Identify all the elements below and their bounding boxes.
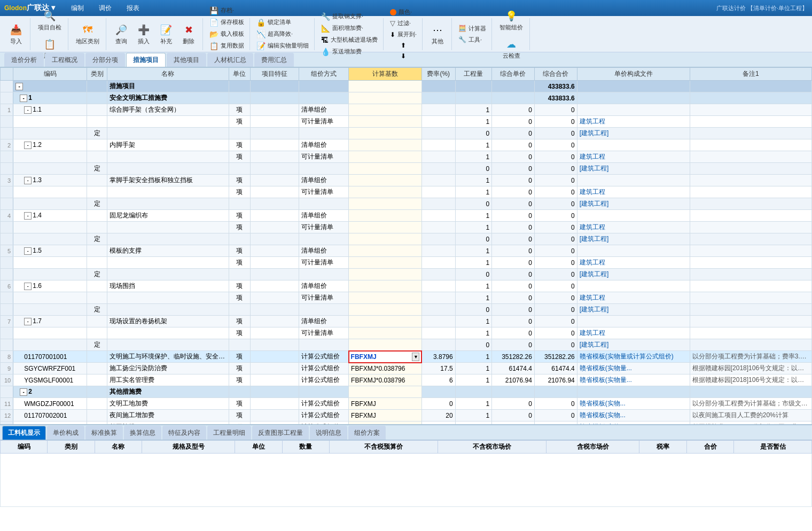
editqty-button[interactable]: 📝 编辑实物量明细	[254, 41, 311, 51]
tool-button[interactable]: 🔧 工具·	[456, 35, 488, 45]
table-row[interactable]: 5-1.5模板的支撑项清单组价100	[1, 245, 812, 257]
table-row[interactable]: 定000[建筑工程]	[1, 304, 812, 316]
table-row[interactable]: 定000[建筑工程]	[1, 128, 812, 139]
table-row[interactable]: -1安全文明施工措施费433833.6	[1, 92, 812, 104]
table-row[interactable]: 定000[建筑工程]	[1, 198, 812, 210]
cell-base[interactable]	[349, 233, 422, 245]
find-button[interactable]: 🔎 查询	[111, 20, 132, 48]
insert-button[interactable]: ➕ 插入	[133, 20, 154, 48]
collapse-icon[interactable]: -	[24, 212, 32, 220]
bottomtab-desc[interactable]: 说明信息	[310, 426, 347, 440]
cell-base[interactable]: FBFXMJ*0.038796	[349, 363, 422, 374]
moveup-button[interactable]: ⬆	[399, 41, 408, 50]
cell-base[interactable]: FBFXMJ	[349, 398, 422, 410]
subtab-feiyonghuizong[interactable]: 费用汇总	[254, 53, 294, 67]
collapse-icon[interactable]: -	[20, 388, 27, 396]
table-row[interactable]: -措施项目433833.6	[1, 81, 812, 92]
save-button[interactable]: 💾 存档·	[207, 5, 246, 16]
cell-base[interactable]	[349, 222, 422, 233]
lock-button[interactable]: 🔒 锁定清单	[254, 17, 311, 28]
smartgroup-button[interactable]: 💡 智能组价	[496, 6, 526, 34]
table-row[interactable]: 项可计量清单100建筑工程	[1, 151, 812, 163]
cell-base[interactable]: FBFXMJ	[349, 410, 422, 421]
fill-button[interactable]: 📝 补充	[155, 20, 177, 48]
savetemplate-button[interactable]: 📄 保存模板	[207, 17, 246, 28]
bottomtab-features[interactable]: 特征及内容	[162, 426, 206, 440]
calc-button[interactable]: 🧮 计算器	[456, 24, 488, 34]
copydata-button[interactable]: 📋 复用数据	[207, 41, 246, 51]
menu-edit[interactable]: 编制	[68, 3, 87, 14]
pump-button[interactable]: 💧 泵送增加费	[319, 46, 380, 57]
collapse-icon[interactable]: -	[24, 106, 32, 114]
cell-base[interactable]	[349, 92, 422, 104]
projectcheck-button[interactable]: 🔍 项目自检	[35, 6, 65, 34]
table-row[interactable]: 4-1.4固尼龙编织布项清单组价100	[1, 210, 812, 222]
steel-button[interactable]: 🔧 提取钢支撑·	[319, 11, 380, 22]
bottomtab-groupplan[interactable]: 组价方案	[348, 426, 386, 440]
table-row[interactable]: 项可计量清单100建筑工程	[1, 292, 812, 304]
filter-button[interactable]: ▽ 过滤·	[388, 18, 419, 28]
cell-base[interactable]	[349, 139, 422, 151]
cell-base[interactable]	[349, 116, 422, 128]
table-row[interactable]: 12011707002001夜间施工增加费项计算公式组价FBFXMJ20100赣…	[1, 410, 812, 421]
region-button[interactable]: 🗺 地区类别	[73, 20, 103, 48]
cell-base[interactable]	[349, 386, 422, 398]
cloud-button[interactable]: ☁ 云检查	[499, 35, 524, 62]
collapse-icon[interactable]: -	[20, 95, 27, 102]
table-row[interactable]: 7-1.7现场设置的卷扬机架项清单组价100	[1, 316, 812, 327]
collapse-icon[interactable]: -	[24, 247, 32, 255]
bottomtab-unitprice[interactable]: 单价构成	[47, 426, 84, 440]
cell-base[interactable]	[349, 163, 422, 175]
table-row[interactable]: -2其他措施费	[1, 386, 812, 398]
collapse-icon[interactable]: -	[24, 318, 32, 325]
cell-base[interactable]	[349, 292, 422, 304]
table-row[interactable]: 项可计量清单100建筑工程	[1, 116, 812, 128]
cell-base[interactable]	[349, 339, 422, 351]
cell-base[interactable]	[349, 316, 422, 327]
table-row[interactable]: 项可计量清单100建筑工程	[1, 222, 812, 233]
areaup-button[interactable]: 📐 面积增加费·	[319, 23, 380, 34]
subtab-qitaxiangmu[interactable]: 其他项目	[167, 53, 206, 67]
cell-base[interactable]	[349, 210, 422, 222]
cell-base[interactable]	[349, 128, 422, 139]
dropdown-arrow-icon[interactable]: ▼	[412, 353, 419, 361]
menu-adjust[interactable]: 调价	[96, 3, 115, 14]
main-scroll[interactable]: 编码 类别 名称 单位 项目特征 组价方式 计算基数 费率(%) 工程量 综合单…	[0, 67, 812, 424]
expand-button[interactable]: ⬇ 展开到·	[388, 29, 419, 40]
cell-base[interactable]	[349, 81, 422, 92]
machine-button[interactable]: 🏗 大型机械进退场费	[319, 35, 380, 45]
table-row[interactable]: 6-1.6现场围挡项清单组价100	[1, 280, 812, 292]
delete-button[interactable]: ✖ 删除	[178, 20, 199, 48]
color-button[interactable]: 颜色·	[388, 7, 419, 17]
table-row[interactable]: 9SGYCWRFZF001施工扬尘污染防治费项计算公式组价FBFXMJ*0.03…	[1, 363, 812, 374]
table-row[interactable]: 项可计量清单100建筑工程	[1, 186, 812, 198]
bottomtab-calcinfo[interactable]: 换算信息	[124, 426, 161, 440]
bottomtab-workers[interactable]: 工料机显示	[2, 426, 46, 440]
other-button[interactable]: ⋯ 其他	[427, 20, 448, 48]
subtab-cuoshixiangmu[interactable]: 措施项目	[126, 53, 166, 67]
cell-base[interactable]: FBFXMJ*0.038796	[349, 374, 422, 386]
collapse-icon[interactable]: -	[24, 177, 32, 184]
table-row[interactable]: 10YGSMGLF00001用工实名管理费项计算公式组价FBFXMJ*0.038…	[1, 374, 812, 386]
table-row[interactable]: 3-1.3掌脚手架安全挡板和独立挡板项清单组价100	[1, 175, 812, 186]
table-row[interactable]: 8011707001001文明施工与环境保护、临时设施、安全施工项计算公式组价F…	[1, 351, 812, 363]
table-row[interactable]: 1-1.1综合脚手架（含安全网）项清单组价100	[1, 104, 812, 116]
reduce-button[interactable]: 📉 超高降效·	[254, 29, 311, 40]
cell-base[interactable]	[349, 104, 422, 116]
table-row[interactable]: 定000[建筑工程]	[1, 163, 812, 175]
collapse-icon[interactable]: -	[24, 283, 32, 290]
table-row[interactable]: 定000[建筑工程]	[1, 269, 812, 280]
bottomtab-drawingqty[interactable]: 反查图形工程量	[252, 426, 309, 440]
cell-base[interactable]	[349, 269, 422, 280]
subtab-gaikuang[interactable]: 工程概况	[45, 53, 84, 67]
subtab-rencaiji[interactable]: 人材机汇总	[207, 53, 253, 67]
cell-base[interactable]	[349, 186, 422, 198]
bottomtab-qtydetail[interactable]: 工程量明细	[207, 426, 251, 440]
table-row[interactable]: 2-1.2内脚手架项清单组价100	[1, 139, 812, 151]
table-row[interactable]: 项可计量清单100建筑工程	[1, 257, 812, 269]
table-row[interactable]: 定000[建筑工程]	[1, 339, 812, 351]
movedown-button[interactable]: ⬇	[399, 51, 408, 61]
bottomtab-stdcalc[interactable]: 标准换算	[85, 426, 123, 440]
collapse-icon[interactable]: -	[24, 142, 32, 149]
cell-base[interactable]	[349, 151, 422, 163]
